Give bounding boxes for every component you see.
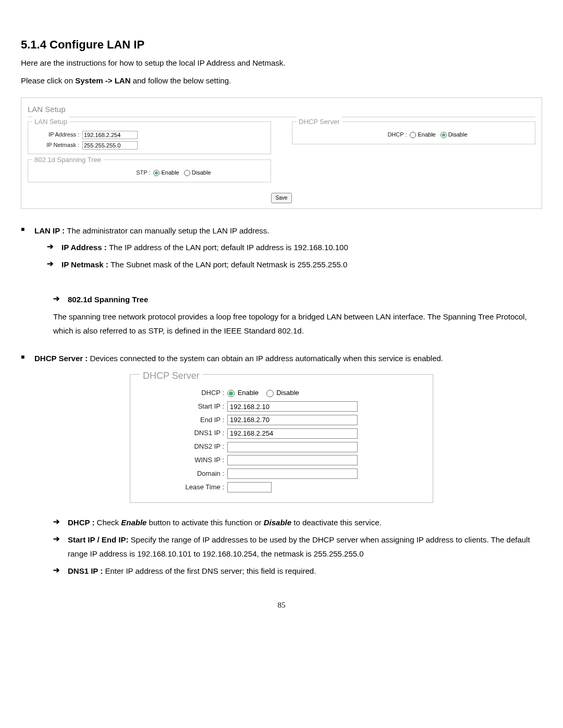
ip-netmask-label: IP Netmask :	[32, 141, 79, 150]
lease-time-input[interactable]	[227, 482, 272, 492]
spanning-tree-fieldset: 802.1d Spanning Tree STP : Enable Disabl…	[28, 159, 271, 182]
dhcp-server-fieldset-small: DHCP Server DHCP : Enable Disable	[292, 121, 535, 144]
domain-label: Domain :	[136, 468, 224, 479]
ip-address-input[interactable]	[82, 131, 138, 139]
stp-label: STP :	[88, 168, 150, 178]
lan-setup-panel: LAN Setup LAN Setup IP Address : IP Netm…	[21, 97, 542, 209]
lan-setup-legend: LAN Setup	[32, 117, 69, 128]
start-end-ip-text: Specify the range of IP addresses to be …	[68, 535, 530, 558]
dhcp-enable-text-small: Enable	[418, 130, 435, 140]
lan-setup-fieldset: LAN Setup IP Address : IP Netmask :	[28, 121, 271, 154]
arrow-icon: ➔	[47, 257, 57, 272]
intro-line-1: Here are the instructions for how to set…	[21, 57, 542, 69]
ip-address-sub-text: The IP address of the LAN port; default …	[109, 243, 348, 252]
lease-time-label: Lease Time :	[136, 482, 224, 493]
dns2-ip-input[interactable]	[227, 442, 358, 452]
dns1-ip-input[interactable]	[227, 428, 358, 439]
dhcp-disable-text: Disable	[276, 389, 299, 397]
section-heading: 5.1.4 Configure LAN IP	[21, 35, 542, 54]
start-end-ip-label: Start IP / End IP:	[68, 535, 131, 544]
square-bullet-icon: ■	[21, 352, 27, 365]
save-button[interactable]: Save	[271, 193, 292, 203]
stp-disable-text: Disable	[192, 168, 211, 178]
square-bullet-icon: ■	[21, 225, 27, 275]
ip-address-sub-label: IP Address :	[62, 243, 109, 252]
stp-enable-text: Enable	[161, 168, 179, 178]
dhcp-enable-radio-small[interactable]	[410, 132, 416, 138]
arrow-icon: ➔	[53, 564, 64, 578]
arrow-icon: ➔	[53, 292, 64, 306]
panel-title: LAN Setup	[28, 103, 535, 117]
dns1-ip-label: DNS1 IP :	[136, 428, 224, 439]
ip-netmask-input[interactable]	[82, 141, 138, 150]
dhcp-server-legend-small: DHCP Server	[297, 117, 342, 128]
dns2-ip-label: DNS2 IP :	[136, 441, 224, 452]
wins-ip-input[interactable]	[227, 455, 358, 465]
lan-ip-text: The administrator can manually setup the…	[67, 226, 269, 235]
ip-netmask-sub-text: The Subnet mask of the LAN port; default…	[111, 260, 347, 269]
stp-enable-radio[interactable]	[153, 170, 160, 176]
ip-netmask-sub-label: IP Netmask :	[62, 260, 111, 269]
end-ip-label: End IP :	[136, 415, 224, 426]
dhcp-enable-text: Enable	[238, 389, 259, 397]
domain-input[interactable]	[227, 468, 358, 479]
dhcp-server-label: DHCP Server :	[34, 354, 90, 363]
ip-address-label: IP Address :	[32, 130, 79, 140]
dhcp-server-text: Devices connected to the system can obta…	[90, 354, 443, 363]
stp-disable-radio[interactable]	[184, 170, 190, 176]
spanning-tree-label: 802.1d Spanning Tree	[68, 295, 148, 304]
dhcp-enable-radio[interactable]	[227, 390, 235, 397]
dhcp-sub-label: DHCP :	[68, 518, 97, 527]
start-ip-label: Start IP :	[136, 401, 224, 412]
dhcp-label-small: DHCP :	[360, 130, 407, 140]
dhcp-server-panel: DHCP Server DHCP : Enable Disable Start …	[130, 374, 433, 503]
end-ip-input[interactable]	[227, 415, 358, 425]
dhcp-disable-radio-small[interactable]	[440, 132, 447, 138]
dhcp-disable-text-small: Disable	[448, 130, 468, 140]
page-number: 85	[21, 599, 542, 611]
arrow-icon: ➔	[47, 240, 57, 254]
start-ip-input[interactable]	[227, 401, 358, 412]
arrow-icon: ➔	[53, 533, 64, 561]
spanning-tree-description: The spanning tree network protocol provi…	[53, 310, 542, 338]
dhcp-server-legend: DHCP Server	[140, 368, 203, 384]
intro-line-2: Please click on System -> LAN and follow…	[21, 75, 542, 87]
dhcp-disable-radio[interactable]	[266, 390, 274, 397]
spanning-tree-legend: 802.1d Spanning Tree	[32, 155, 103, 166]
dhcp-label: DHCP :	[136, 388, 224, 399]
lan-ip-label: LAN IP :	[34, 226, 67, 235]
arrow-icon: ➔	[53, 515, 64, 529]
wins-ip-label: WINS IP :	[136, 455, 224, 466]
dns1-sub-text: Enter IP address of the first DNS server…	[105, 566, 316, 575]
dns1-sub-label: DNS1 IP :	[68, 566, 105, 575]
